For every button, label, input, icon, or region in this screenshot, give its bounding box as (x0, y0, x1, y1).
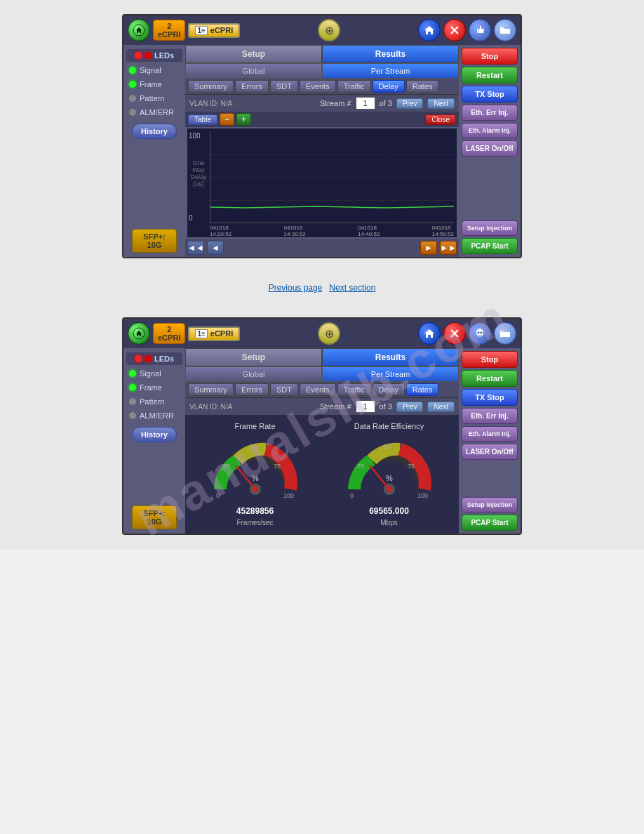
home-circle-icon[interactable] (128, 19, 150, 41)
sidebar-item-frame[interactable]: Frame (126, 79, 182, 90)
tx-stop-button-2[interactable]: TX Stop (462, 389, 518, 406)
link2[interactable]: Next section (329, 283, 375, 293)
results-tabs-1: Setup Results (185, 45, 459, 63)
gauge2-title: Data Rate Efficiency (354, 422, 424, 430)
eth-err-inj-button-2[interactable]: Eth. Err Inj. (462, 408, 518, 424)
tab-global-1[interactable]: Global (185, 63, 322, 79)
tab-rates-1[interactable]: Rates (406, 80, 439, 93)
eth-alarm-inj-button-2[interactable]: Eth. Alarm Inj. (462, 426, 518, 442)
nav-first-1[interactable]: ◄◄ (187, 241, 204, 255)
signal-led-2 (129, 370, 136, 377)
tab-errors-1[interactable]: Errors (235, 80, 269, 93)
y-max-label: 100 (189, 132, 201, 140)
eth-err-inj-button-1[interactable]: Eth. Err Inj. (462, 105, 518, 121)
stream-label-1: Stream # (320, 99, 351, 107)
sidebar-item-frame-2[interactable]: Frame (126, 382, 182, 393)
tab-sdt-2[interactable]: SDT (270, 383, 298, 396)
tab-summary-1[interactable]: Summary (188, 80, 234, 93)
sidebar-item-signal[interactable]: Signal (126, 65, 182, 76)
restart-button-2[interactable]: Restart (462, 370, 518, 387)
tab-events-2[interactable]: Events (300, 383, 336, 396)
close-icon[interactable] (443, 19, 466, 41)
stop-button-2[interactable]: Stop (462, 351, 518, 368)
alien-icon-2[interactable] (469, 322, 491, 345)
sfp-badge: SFP+: 10G (132, 229, 177, 253)
sidebar-item-almErr[interactable]: ALM/ERR (126, 107, 182, 118)
laser-onoff-button-2[interactable]: LASER On/Off (462, 444, 518, 460)
history-button[interactable]: History (132, 124, 177, 139)
home-icon-2[interactable] (418, 322, 441, 345)
prev-button-1[interactable]: Prev (396, 98, 424, 109)
tab-rates-2[interactable]: Rates (406, 383, 439, 396)
crosshair-area: ⊕ (243, 19, 415, 41)
sidebar-item-pattern[interactable]: Pattern (126, 93, 182, 104)
tab-perstream-2[interactable]: Per Stream (322, 366, 459, 382)
plus-button-1[interactable]: + (236, 113, 251, 126)
pcap-start-button-2[interactable]: PCAP Start (462, 515, 518, 531)
sidebar-item-pattern-2[interactable]: Pattern (126, 396, 182, 407)
tab-ecpri-2[interactable]: 2 eCPRI (153, 20, 185, 41)
tab-traffic-1[interactable]: Traffic (337, 80, 371, 93)
table-button-1[interactable]: Table (188, 114, 217, 125)
setup-injection-button-1[interactable]: Setup Injection (462, 220, 518, 236)
tab-sdt-1[interactable]: SDT (270, 80, 298, 93)
tab-summary-2[interactable]: Summary (188, 383, 234, 396)
tab-setup-1[interactable]: Setup (185, 45, 322, 63)
tab-results-2[interactable]: Results (322, 348, 459, 366)
svg-text:50: 50 (250, 443, 257, 450)
pcap-start-button-1[interactable]: PCAP Start (462, 238, 518, 254)
tab-results-1[interactable]: Results (322, 45, 459, 63)
folder-icon[interactable] (494, 19, 516, 41)
x-labels-1: 04101814:20:52 04101814:30:52 04101814:4… (210, 225, 454, 237)
right-sidebar-2: Stop Restart TX Stop Eth. Err Inj. Eth. … (459, 348, 521, 534)
sidebar-item-almErr-2[interactable]: ALM/ERR (126, 410, 182, 421)
tab-num: 1≡ (195, 26, 207, 35)
crosshair-icon-2[interactable]: ⊕ (318, 322, 340, 345)
next-button-1[interactable]: Next (427, 98, 455, 109)
stream-number-input-1[interactable] (356, 97, 375, 110)
frame-led-2 (129, 384, 136, 391)
tx-stop-button-1[interactable]: TX Stop (462, 86, 518, 102)
stream-number-input-2[interactable] (356, 400, 375, 413)
close-button-1[interactable]: Close (425, 114, 456, 125)
minus-button-1[interactable]: − (220, 113, 234, 126)
tab-delay-2[interactable]: Delay (373, 383, 405, 396)
top-bar-1: 2 eCPRI 1≡ eCPRI ⊕ (123, 15, 521, 45)
chart-toolbar-1: Table − + Close (185, 112, 459, 127)
nav-last-1[interactable]: ►► (440, 241, 457, 255)
restart-button-1[interactable]: Restart (462, 67, 518, 84)
nav-prev-1[interactable]: ◄ (207, 241, 224, 255)
nav-next-1[interactable]: ► (420, 241, 437, 255)
crosshair-icon[interactable]: ⊕ (318, 19, 340, 41)
link1[interactable]: Previous page (269, 283, 323, 293)
tab-events-1[interactable]: Events (300, 80, 336, 93)
laser-onoff-button-1[interactable]: LASER On/Off (462, 140, 518, 157)
led-dot-red2-2 (145, 355, 152, 362)
leds-bar: LEDs (126, 49, 182, 62)
tab-errors-2[interactable]: Errors (235, 383, 269, 396)
tab-setup-2[interactable]: Setup (185, 348, 322, 366)
home-icon[interactable] (418, 19, 441, 41)
tab-delay-1[interactable]: Delay (373, 80, 405, 93)
tab-global-2[interactable]: Global (185, 366, 322, 382)
tab-traffic-2[interactable]: Traffic (337, 383, 371, 396)
folder-icon-2[interactable] (494, 322, 516, 345)
history-button-2[interactable]: History (132, 427, 177, 442)
setup-injection-button-2[interactable]: Setup Injection (462, 497, 518, 512)
tab-perstream-1[interactable]: Per Stream (322, 63, 459, 79)
left-sidebar-2: LEDs Signal Frame Pattern ALM/ERR (123, 348, 185, 534)
prev-button-2[interactable]: Prev (396, 402, 424, 412)
next-button-2[interactable]: Next (427, 402, 455, 412)
thumbs-up-icon[interactable] (469, 19, 491, 41)
sidebar-item-signal-2[interactable]: Signal (126, 368, 182, 379)
home-circle-icon-2[interactable] (128, 322, 150, 345)
tab-ecpri-active[interactable]: 1≡ eCPRI (188, 23, 240, 38)
eth-alarm-inj-button-1[interactable]: Eth. Alarm Inj. (462, 123, 518, 138)
of-label-2: of 3 (380, 402, 392, 411)
close-icon-2[interactable] (443, 322, 466, 345)
stop-button-1[interactable]: Stop (462, 48, 518, 65)
tab-ecpri-2b[interactable]: 2 eCPRI (153, 323, 185, 344)
svg-point-20 (387, 486, 392, 492)
svg-text:25: 25 (223, 463, 230, 470)
tab-ecpri-active-2[interactable]: 1≡ eCPRI (188, 326, 240, 341)
